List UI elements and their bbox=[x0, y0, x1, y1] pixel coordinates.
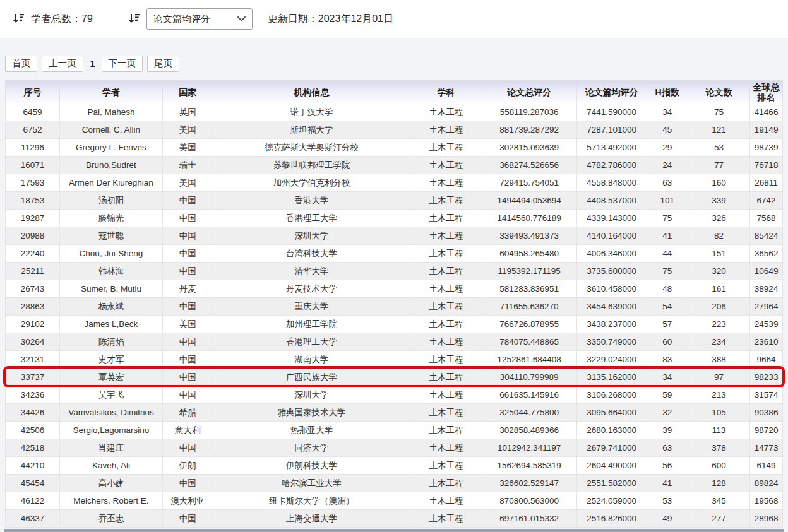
table-cell: 870800.563000 bbox=[482, 492, 576, 510]
pagination-last-button[interactable]: 尾页 bbox=[147, 56, 179, 72]
table-cell: Armen Der Kiureghian bbox=[60, 174, 162, 192]
table-cell: 土木工程 bbox=[410, 316, 482, 333]
table-row: 6752Cornell, C. Allin美国斯坦福大学土木工程881739.2… bbox=[6, 121, 783, 139]
table-row: 20988寇世聪中国深圳大学土木工程339493.4913734140.1640… bbox=[6, 227, 783, 245]
table-cell: 中国 bbox=[162, 227, 213, 245]
table-cell: 土木工程 bbox=[410, 492, 482, 510]
table-cell: 30264 bbox=[6, 333, 60, 351]
table-cell: 36562 bbox=[750, 245, 783, 263]
table-cell: 土木工程 bbox=[410, 422, 482, 439]
table-cell: 234 bbox=[688, 333, 749, 351]
table-cell: 7287.101000 bbox=[576, 121, 647, 139]
table-cell: 湖南大学 bbox=[213, 351, 410, 369]
table-cell: 26811 bbox=[750, 174, 783, 192]
table-cell: 覃英宏 bbox=[60, 369, 162, 386]
table-cell: 雅典国家技术大学 bbox=[213, 404, 410, 422]
table-cell: 320 bbox=[688, 263, 749, 280]
table-cell: 土木工程 bbox=[410, 439, 482, 457]
table-row: 6459Pal, Mahesh英国诺丁汉大学土木工程558119.2870367… bbox=[6, 103, 783, 121]
table-cell: 54 bbox=[647, 298, 688, 316]
table-cell: 14773 bbox=[750, 439, 783, 457]
table-cell: 广西民族大学 bbox=[213, 369, 410, 386]
table-cell: 寇世聪 bbox=[60, 227, 162, 245]
table-cell: 7568 bbox=[750, 210, 783, 227]
column-header: 论文数 bbox=[688, 81, 749, 103]
table-cell: 161 bbox=[688, 280, 749, 298]
pagination-first-button[interactable]: 首页 bbox=[5, 56, 37, 72]
table-cell: 56 bbox=[647, 457, 688, 475]
table-cell: 41466 bbox=[750, 103, 783, 121]
table-cell: 土木工程 bbox=[410, 121, 482, 139]
table-cell: 325044.775800 bbox=[482, 404, 576, 422]
table-row: 42506Sergio,Lagomarsino意大利热那亚大学土木工程30285… bbox=[6, 422, 783, 439]
table-cell: 中国 bbox=[162, 263, 213, 280]
sort-descending-icon bbox=[13, 13, 25, 25]
table-cell: 丹麦技术大学 bbox=[213, 280, 410, 298]
table-cell: 339493.491373 bbox=[482, 227, 576, 245]
table-cell: 85424 bbox=[750, 227, 783, 245]
sort-descending-icon bbox=[128, 13, 140, 25]
table-cell: 纽卡斯尔大学（澳洲） bbox=[213, 492, 410, 510]
table-cell: Sumer, B. Mutlu bbox=[60, 280, 162, 298]
table-cell: 128 bbox=[688, 475, 749, 492]
table-cell: 土木工程 bbox=[410, 263, 482, 280]
table-cell: 581283.836951 bbox=[482, 280, 576, 298]
table-cell: Sergio,Lagomarsino bbox=[60, 422, 162, 439]
table-cell: 中国 bbox=[162, 439, 213, 457]
table-cell: 英国 bbox=[162, 103, 213, 121]
table-cell: 台湾科技大学 bbox=[213, 245, 410, 263]
pagination-next-button[interactable]: 下一页 bbox=[102, 56, 143, 72]
table-cell: 77 bbox=[688, 157, 749, 174]
table-cell: 25211 bbox=[6, 263, 60, 280]
table-cell: 6459 bbox=[6, 103, 60, 121]
table-cell: 3106.268000 bbox=[576, 386, 647, 404]
table-cell: 57 bbox=[647, 316, 688, 333]
table-cell: 277 bbox=[688, 510, 749, 528]
table-cell: 34236 bbox=[6, 386, 60, 404]
table-cell: 558119.287036 bbox=[482, 103, 576, 121]
table-row: 29102James L,Beck美国加州理工学院土木工程766726.8789… bbox=[6, 316, 783, 333]
ranking-table-container: 序号学者国家机构信息学科论文总评分论文篇均评分H指数论文数全球总排名 6459P… bbox=[5, 80, 783, 528]
table-cell: 土木工程 bbox=[410, 404, 482, 422]
table-cell: 59 bbox=[647, 386, 688, 404]
table-row: 46122Melchers, Robert E.澳大利亚纽卡斯尔大学（澳洲）土木… bbox=[6, 492, 783, 510]
table-cell: 4782.786000 bbox=[576, 157, 647, 174]
table-row: 44210Kaveh, Ali伊朗伊朗科技大学土木工程1562694.58531… bbox=[6, 457, 783, 475]
table-cell: 76718 bbox=[750, 157, 783, 174]
table-cell: 11296 bbox=[6, 139, 60, 157]
update-date-label: 更新日期：2023年12月01日 bbox=[268, 13, 393, 26]
table-cell: 34426 bbox=[6, 404, 60, 422]
table-cell: 澳大利亚 bbox=[162, 492, 213, 510]
table-cell: 2516.826000 bbox=[576, 510, 647, 528]
table-cell: 105 bbox=[688, 404, 749, 422]
table-cell: 美国 bbox=[162, 316, 213, 333]
table-cell: 美国 bbox=[162, 121, 213, 139]
table-cell: 302815.093639 bbox=[482, 139, 576, 157]
column-header: H指数 bbox=[647, 81, 688, 103]
table-cell: Bruno,Sudret bbox=[60, 157, 162, 174]
table-cell: 38924 bbox=[750, 280, 783, 298]
table-cell: 土木工程 bbox=[410, 369, 482, 386]
table-cell: 326 bbox=[688, 210, 749, 227]
table-cell: 同济大学 bbox=[213, 439, 410, 457]
table-cell: 339 bbox=[688, 192, 749, 210]
table-cell: 661635.145916 bbox=[482, 386, 576, 404]
table-cell: 2680.163000 bbox=[576, 422, 647, 439]
table-cell: Cornell, C. Allin bbox=[60, 121, 162, 139]
table-cell: 42518 bbox=[6, 439, 60, 457]
sort-field-select[interactable]: 论文篇均评分 bbox=[146, 8, 253, 30]
table-cell: 2524.059000 bbox=[576, 492, 647, 510]
table-cell: 19568 bbox=[750, 492, 783, 510]
table-cell: 784075.448865 bbox=[482, 333, 576, 351]
table-cell: 206 bbox=[688, 298, 749, 316]
table-cell: 34 bbox=[647, 369, 688, 386]
table-row: 34236吴宇飞中国深圳大学土木工程661635.1459163106.2680… bbox=[6, 386, 783, 404]
table-cell: 土木工程 bbox=[410, 475, 482, 492]
table-cell: 63 bbox=[647, 174, 688, 192]
table-row: 17593Armen Der Kiureghian美国加州大学伯克利分校土木工程… bbox=[6, 174, 783, 192]
pagination-prev-button[interactable]: 上一页 bbox=[42, 56, 83, 72]
table-cell: 304110.799989 bbox=[482, 369, 576, 386]
table-cell: 土木工程 bbox=[410, 139, 482, 157]
table-cell: 26743 bbox=[6, 280, 60, 298]
table-row: 33737覃英宏中国广西民族大学土木工程304110.7999893135.16… bbox=[6, 369, 783, 386]
